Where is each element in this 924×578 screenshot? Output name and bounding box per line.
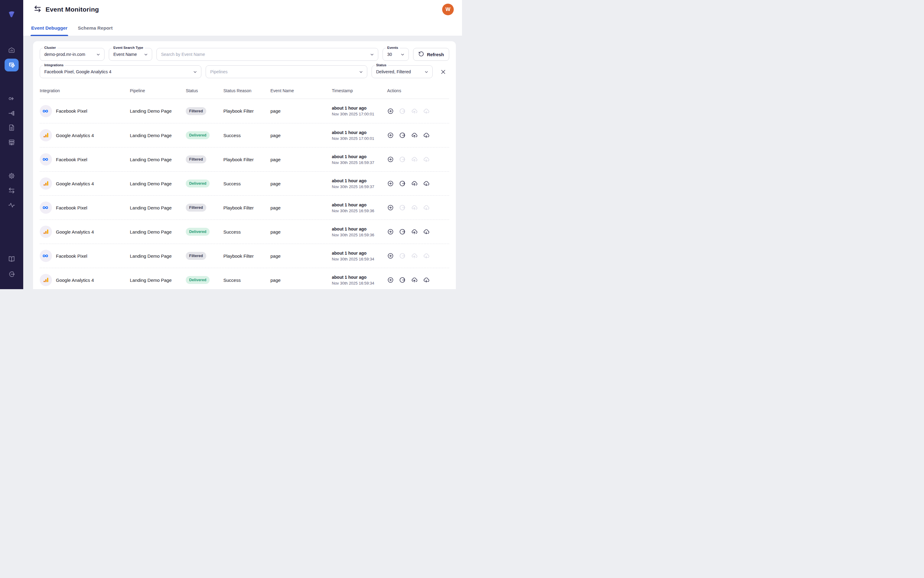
refresh-label: Refresh	[427, 52, 444, 57]
integration-avatar	[40, 105, 52, 117]
meta-icon	[42, 107, 49, 115]
table-row: Facebook Pixel Landing Demo Page Filtere…	[40, 244, 449, 268]
pipelines-icon[interactable]	[8, 110, 15, 117]
pipelines-select[interactable]: Pipelines	[206, 65, 367, 78]
upload-cloud-icon[interactable]	[411, 132, 418, 139]
timestamp-relative: about 1 hour ago	[332, 251, 387, 256]
view-event-icon[interactable]	[387, 132, 394, 139]
pipeline-name: Landing Demo Page	[130, 229, 186, 234]
status-badge: Delivered	[186, 180, 210, 187]
status-select[interactable]: Status Delivered, Filtered	[372, 65, 433, 78]
upload-cloud-icon[interactable]	[411, 228, 418, 235]
event-monitoring-icon[interactable]	[8, 187, 15, 194]
events-count-select[interactable]: Events 30	[382, 48, 409, 61]
event-stream-icon[interactable]	[8, 95, 15, 102]
docs-book-icon[interactable]	[8, 255, 16, 263]
user-avatar[interactable]: W	[442, 4, 454, 15]
event-name: page	[270, 109, 332, 114]
cluster-value: demo-prod.mr-in.com	[44, 52, 93, 57]
integration-name: Google Analytics 4	[56, 278, 94, 283]
download-cloud-icon[interactable]	[423, 132, 429, 139]
forward-event-icon[interactable]	[399, 180, 406, 187]
integration-name: Google Analytics 4	[56, 229, 94, 234]
meta-icon	[42, 204, 49, 211]
upload-cloud-icon[interactable]	[411, 277, 418, 283]
col-actions: Actions	[387, 84, 449, 93]
status-badge: Filtered	[186, 156, 206, 163]
view-event-icon[interactable]	[387, 108, 394, 115]
timestamp-relative: about 1 hour ago	[332, 275, 387, 280]
pipeline-name: Landing Demo Page	[130, 109, 186, 114]
timestamp-absolute: Nov 30th 2025 17:00:01	[332, 112, 387, 116]
event-name: page	[270, 157, 332, 162]
events-value: 30	[387, 52, 398, 57]
settings-gear-icon[interactable]	[8, 172, 15, 180]
event-search-input[interactable]: Search by Event Name	[156, 48, 378, 61]
download-cloud-icon[interactable]	[423, 277, 429, 283]
cluster-server-icon[interactable]	[8, 139, 15, 146]
health-pulse-icon[interactable]	[8, 201, 15, 209]
view-event-icon[interactable]	[387, 228, 394, 235]
status-badge: Filtered	[186, 107, 206, 115]
timestamp-relative: about 1 hour ago	[332, 154, 387, 159]
upload-cloud-icon[interactable]	[411, 180, 418, 187]
integration-name: Facebook Pixel	[56, 253, 87, 259]
forward-event-icon[interactable]	[399, 277, 406, 283]
integrations-select[interactable]: Integrations Facebook Pixel, Google Anal…	[40, 65, 202, 78]
logout-icon[interactable]	[8, 271, 15, 278]
pipeline-name: Landing Demo Page	[130, 253, 186, 259]
table-row: Google Analytics 4 Landing Demo Page Del…	[40, 171, 449, 195]
upload-cloud-icon[interactable]	[411, 253, 418, 259]
forward-event-icon[interactable]	[399, 204, 406, 211]
download-cloud-icon[interactable]	[423, 253, 429, 259]
integration-name: Facebook Pixel	[56, 205, 87, 210]
upload-cloud-icon[interactable]	[411, 156, 418, 163]
event-search-type-select[interactable]: Event Search Type Event Name	[109, 48, 152, 61]
schema-doc-icon[interactable]	[8, 124, 15, 131]
download-cloud-icon[interactable]	[423, 108, 429, 115]
tab-event-debugger[interactable]: Event Debugger	[31, 25, 68, 36]
forward-event-icon[interactable]	[399, 108, 406, 115]
view-event-icon[interactable]	[387, 277, 394, 283]
download-cloud-icon[interactable]	[423, 180, 429, 187]
view-event-icon[interactable]	[387, 156, 394, 163]
download-cloud-icon[interactable]	[423, 228, 429, 235]
filter-row-2: Integrations Facebook Pixel, Google Anal…	[40, 65, 449, 78]
tab-schema-report[interactable]: Schema Report	[77, 25, 113, 36]
upload-cloud-icon[interactable]	[411, 204, 418, 211]
clear-filters-button[interactable]	[437, 65, 449, 78]
forward-event-icon[interactable]	[399, 253, 406, 259]
download-cloud-icon[interactable]	[423, 156, 429, 163]
home-dashboard-icon[interactable]	[8, 47, 15, 54]
forward-event-icon[interactable]	[399, 228, 406, 235]
timestamp-relative: about 1 hour ago	[332, 203, 387, 207]
chevron-down-icon	[400, 52, 405, 57]
timestamp-relative: about 1 hour ago	[332, 130, 387, 135]
status-label: Status	[375, 63, 388, 67]
ga4-icon	[42, 180, 49, 187]
cluster-select[interactable]: Cluster demo-prod.mr-in.com	[40, 48, 104, 61]
status-reason: Playbook Filter	[223, 109, 270, 114]
table-row: Google Analytics 4 Landing Demo Page Del…	[40, 123, 449, 147]
view-event-icon[interactable]	[387, 253, 394, 259]
status-reason: Playbook Filter	[223, 253, 270, 259]
view-event-icon[interactable]	[387, 204, 394, 211]
refresh-button[interactable]: Refresh	[413, 48, 449, 61]
forward-event-icon[interactable]	[399, 156, 406, 163]
event-debugger-icon[interactable]	[5, 58, 19, 71]
page-title: Event Monitoring	[46, 6, 99, 13]
integration-avatar	[40, 177, 52, 190]
upload-cloud-icon[interactable]	[411, 108, 418, 115]
timestamp-absolute: Nov 30th 2025 16:59:34	[332, 281, 387, 286]
status-badge: Delivered	[186, 228, 210, 236]
download-cloud-icon[interactable]	[423, 204, 429, 211]
event-table-body: Facebook Pixel Landing Demo Page Filtere…	[40, 99, 449, 289]
timestamp-absolute: Nov 30th 2025 16:59:37	[332, 184, 387, 189]
view-event-icon[interactable]	[387, 180, 394, 187]
ga4-icon	[42, 132, 49, 139]
col-integration: Integration	[40, 84, 130, 93]
forward-event-icon[interactable]	[399, 132, 406, 139]
col-status: Status	[186, 84, 223, 93]
status-reason: Success	[223, 181, 270, 186]
integration-avatar	[40, 129, 52, 141]
